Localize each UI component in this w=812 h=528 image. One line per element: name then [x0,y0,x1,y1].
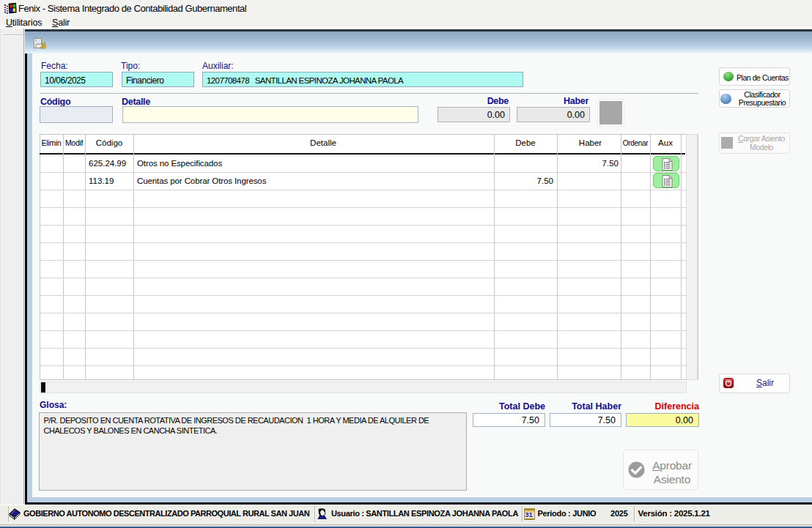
svg-text:31: 31 [525,510,533,518]
